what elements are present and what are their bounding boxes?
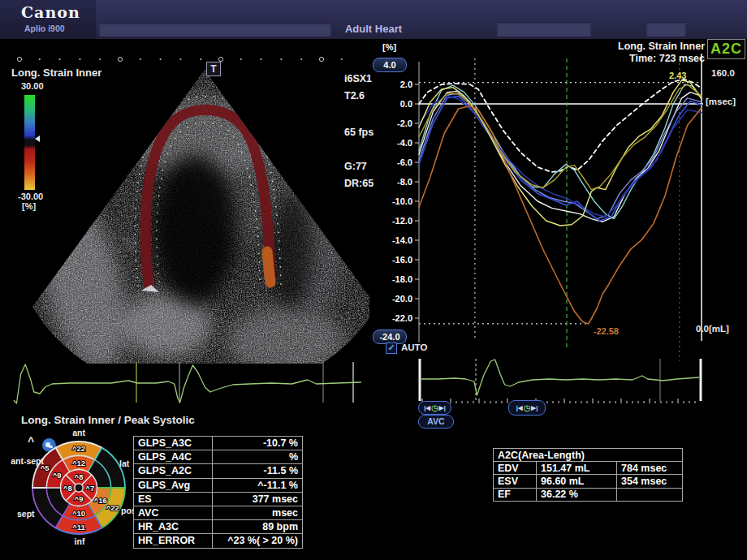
a2c-table-header: A2C(Area-Length) xyxy=(494,449,683,462)
a2c-time xyxy=(617,488,683,501)
glps-row: ES377 msec xyxy=(134,492,303,506)
bullseye-segment-value: ^22 xyxy=(106,503,119,512)
redacted-date-field[interactable] xyxy=(646,22,686,37)
glps-param: ES xyxy=(134,492,213,506)
y-tick-label: -12.0 xyxy=(392,216,412,226)
peak-value-label: 2.43 xyxy=(669,71,686,80)
strain-curve-segment-olive xyxy=(419,84,702,190)
bullseye-label-ant: ant xyxy=(65,429,93,437)
us-mode-label: Long. Strain Inner xyxy=(11,67,101,79)
preset-name: Adult Heart xyxy=(304,23,443,35)
glps-row: GLPS_Avg^-11.1 % xyxy=(134,478,303,492)
auto-scale-label: AUTO xyxy=(401,342,427,352)
a2c-value: 151.47 mL xyxy=(537,462,617,475)
ecg-strip-left xyxy=(11,357,368,409)
clock-icon: ◷ xyxy=(524,404,531,412)
gain-label: G:77 xyxy=(344,161,367,172)
transducer-label: i6SX1 xyxy=(344,73,372,84)
colorbar-max: 30.00 xyxy=(21,81,44,91)
jump-left-icon: |◀ xyxy=(424,404,430,411)
redacted-info-field[interactable] xyxy=(497,22,591,37)
glps-value: -11.5 % xyxy=(213,464,303,478)
glps-row: GLPS_A3C-10.7 % xyxy=(134,437,303,450)
auto-scale-checkbox[interactable]: ✓ xyxy=(386,342,397,354)
chart-y-unit: [%] xyxy=(382,42,396,52)
top-bar: Canon Aplio i900 Adult Heart xyxy=(0,0,747,39)
result-title: Long. Strain Inner / Peak Systolic xyxy=(21,414,195,426)
bullseye-label-lat: lat xyxy=(119,459,129,468)
y-tick-label: -18.0 xyxy=(392,274,412,284)
glps-row: HR_A3C89 bpm xyxy=(134,520,303,534)
glps-results-table: GLPS_A3C-10.7 %GLPS_A4C%GLPS_A2C-11.5 %G… xyxy=(133,436,303,549)
bullseye-label-inf: inf xyxy=(69,537,90,546)
a2c-row: EDV151.47 mL784 msec xyxy=(494,462,683,475)
a2c-table-title: A2C(Area-Length) xyxy=(494,449,683,462)
strain-chart: 2.00.0-2.0-4.0-6.0-8.0-10.0-12.0-14.0-16… xyxy=(369,39,747,365)
glps-value: msec xyxy=(213,506,303,519)
bullseye-label-sept: sept xyxy=(17,510,35,519)
glps-value: ^-11.1 % xyxy=(213,478,303,492)
glps-param: HR_ERROR xyxy=(134,534,213,548)
avc-button[interactable]: AVC xyxy=(418,415,454,429)
glps-value: 89 bpm xyxy=(213,520,303,534)
ultrasound-image[interactable] xyxy=(0,39,369,364)
a2c-param: ESV xyxy=(494,475,537,488)
bullseye-segment-value: ^10 xyxy=(72,509,85,518)
cine-jump-button-1[interactable]: |◀◷▶| xyxy=(418,401,451,415)
bullseye-segment-value: ^8 xyxy=(63,484,72,493)
glps-row: GLPS_A4C% xyxy=(134,450,303,464)
bullseye-segment-value: ^9 xyxy=(75,494,84,503)
y-max-field[interactable]: 4.0 xyxy=(373,58,407,72)
jump-left-icon: |◀ xyxy=(516,404,523,411)
transducer-orientation-marker: T xyxy=(206,62,221,76)
bullseye-segment-value: ^11 xyxy=(72,523,85,532)
y-tick-label: -6.0 xyxy=(397,157,412,167)
volume-axis-max: 160.0 xyxy=(711,68,735,78)
a2c-param: EF xyxy=(494,488,537,501)
bullseye-segment-value: ^8 xyxy=(75,472,84,481)
bullseye-label-ant-sept: ant-sept xyxy=(8,457,44,466)
bullseye-segment-value: ^16 xyxy=(94,496,107,505)
bullseye-segment-value: ^22 xyxy=(72,444,85,453)
y-tick-label: -14.0 xyxy=(392,235,412,245)
strain-curve-segment-orange xyxy=(419,106,702,324)
screen: Canon Aplio i900 Adult Heart xyxy=(0,0,747,560)
y-tick-label: -2.0 xyxy=(397,118,412,128)
glps-value: -10.7 % xyxy=(213,437,303,450)
y-tick-label: 0.0 xyxy=(400,99,412,109)
strain-curve-segment-navy xyxy=(419,96,702,217)
colorbar-unit: [%] xyxy=(22,201,36,211)
strain-curve-segment-royal-blue xyxy=(419,96,702,221)
glps-param: HR_A3C xyxy=(134,520,213,534)
a2c-param: EDV xyxy=(494,462,537,475)
y-tick-label: -20.0 xyxy=(392,294,412,304)
glps-param: GLPS_A3C xyxy=(134,437,213,450)
chart-title: Long. Strain Inner xyxy=(618,41,705,53)
y-tick-label: -8.0 xyxy=(397,177,412,187)
colorbar-min: -30.00 xyxy=(18,192,43,201)
a2c-time: 354 msec xyxy=(617,475,683,488)
thermal-index-label: T2.6 xyxy=(344,90,365,101)
strain-colorbar xyxy=(24,95,35,190)
glps-value: 377 msec xyxy=(213,492,303,506)
jump-right-icon: ▶| xyxy=(531,404,538,411)
cine-jump-button-2[interactable]: |◀◷▶| xyxy=(508,400,546,416)
glps-row: HR_ERROR^23 %( > 20 %) xyxy=(134,534,303,548)
glps-row: GLPS_A2C-11.5 % xyxy=(134,464,303,478)
y-tick-label: -4.0 xyxy=(397,138,412,148)
y-tick-label: -22.0 xyxy=(392,313,412,323)
chart-title-block: Long. Strain Inner Time: 723 msec xyxy=(618,41,705,65)
y-tick-label: -16.0 xyxy=(392,255,412,265)
a2c-value: 96.60 mL xyxy=(537,475,617,488)
canon-logo: Canon xyxy=(21,3,80,21)
jump-right-icon: ▶| xyxy=(439,404,446,411)
glps-value: ^23 %( > 20 %) xyxy=(213,534,303,548)
colorbar-zero-marker xyxy=(35,136,40,142)
a2c-value: 36.22 % xyxy=(537,488,617,501)
glps-param: GLPS_A2C xyxy=(134,464,213,478)
chart-x-unit: [msec] xyxy=(706,97,736,106)
y-tick-label: 2.0 xyxy=(400,80,412,89)
glps-value: % xyxy=(213,450,303,464)
a2c-row: ESV96.60 mL354 msec xyxy=(494,475,683,488)
patient-id-field[interactable] xyxy=(99,23,331,37)
